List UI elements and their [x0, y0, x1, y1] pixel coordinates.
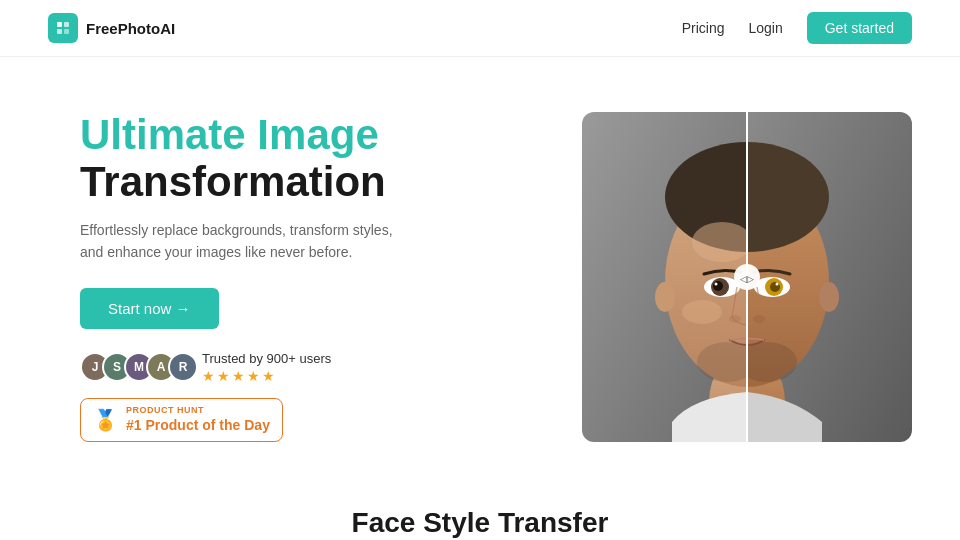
- svg-rect-3: [64, 29, 69, 34]
- svg-point-14: [692, 222, 752, 262]
- svg-point-21: [770, 282, 780, 292]
- svg-rect-2: [57, 29, 62, 34]
- medal-icon: 🏅: [93, 408, 118, 432]
- pricing-link[interactable]: Pricing: [682, 20, 725, 36]
- get-started-button[interactable]: Get started: [807, 12, 912, 44]
- logo: FreePhotoAI: [48, 13, 175, 43]
- svg-point-17: [713, 281, 723, 291]
- star-rating: ★ ★ ★ ★ ★: [202, 368, 331, 384]
- product-hunt-rank: #1 Product of the Day: [126, 416, 270, 434]
- product-hunt-text: PRODUCT HUNT #1 Product of the Day: [126, 405, 270, 435]
- svg-point-28: [819, 282, 839, 312]
- svg-point-23: [729, 315, 741, 323]
- svg-point-24: [753, 315, 765, 323]
- hero-content: Ultimate Image Transformation Effortless…: [80, 112, 460, 441]
- section-title: Face Style Transfer: [48, 507, 912, 539]
- logo-text: FreePhotoAI: [86, 20, 175, 37]
- svg-text:◁▷: ◁▷: [740, 274, 754, 284]
- star-2: ★: [217, 368, 230, 384]
- face-comparison-image: ◁▷: [582, 112, 912, 442]
- avatar-5: R: [168, 352, 198, 382]
- star-1: ★: [202, 368, 215, 384]
- trust-text: Trusted by 900+ users: [202, 351, 331, 366]
- svg-point-22: [776, 283, 779, 286]
- star-3: ★: [232, 368, 245, 384]
- product-hunt-label: PRODUCT HUNT: [126, 405, 270, 417]
- trust-info: Trusted by 900+ users ★ ★ ★ ★ ★: [202, 351, 331, 384]
- hero-subtitle: Effortlessly replace backgrounds, transf…: [80, 219, 400, 264]
- face-svg: ◁▷: [582, 112, 912, 442]
- navbar: FreePhotoAI Pricing Login Get started: [0, 0, 960, 57]
- bottom-section: Face Style Transfer Transfer Your Face P…: [0, 477, 960, 540]
- svg-rect-0: [57, 22, 62, 27]
- hero-title-accent: Ultimate Image: [80, 112, 460, 158]
- svg-point-18: [715, 283, 718, 286]
- login-link[interactable]: Login: [748, 20, 782, 36]
- star-5: ★: [262, 368, 275, 384]
- svg-point-29: [682, 300, 722, 324]
- product-hunt-badge[interactable]: 🏅 PRODUCT HUNT #1 Product of the Day: [80, 398, 283, 442]
- trust-row: J S M A R Trusted by 900+ users ★ ★ ★ ★ …: [80, 351, 460, 384]
- logo-icon: [48, 13, 78, 43]
- nav-links: Pricing Login Get started: [682, 12, 912, 44]
- avatar-group: J S M A R: [80, 352, 190, 382]
- svg-point-27: [655, 282, 675, 312]
- hero-title-dark: Transformation: [80, 159, 460, 205]
- star-4: ★: [247, 368, 260, 384]
- hero-image: ◁▷: [500, 112, 912, 442]
- svg-rect-1: [64, 22, 69, 27]
- start-now-button[interactable]: Start now →: [80, 288, 219, 329]
- hero-section: Ultimate Image Transformation Effortless…: [0, 57, 960, 477]
